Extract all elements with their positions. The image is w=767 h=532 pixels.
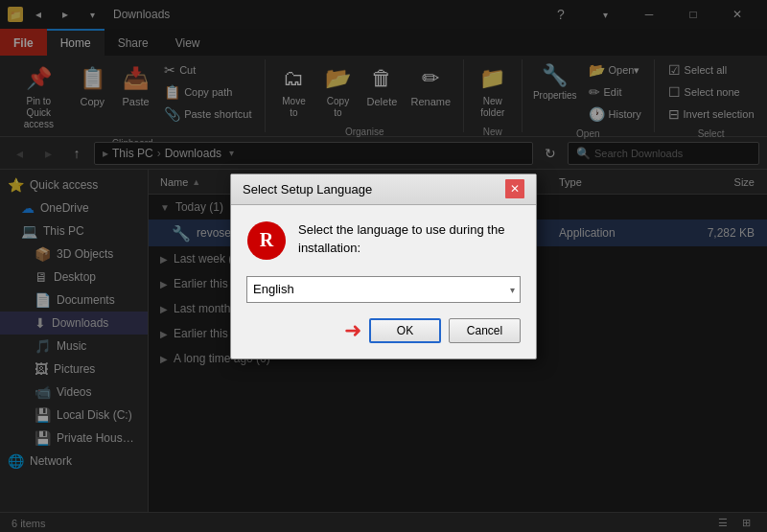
setup-icon: R [246,220,287,261]
modal-overlay: Select Setup Language ✕ R Select the lan… [0,0,767,532]
modal-body: R Select the language to use during the … [231,205,536,359]
modal-close-button[interactable]: ✕ [505,179,524,198]
modal-title-bar: Select Setup Language ✕ [231,174,536,205]
modal-body-text: Select the language to use during the in… [298,220,521,261]
modal-arrow-icon: ➜ [344,318,361,343]
modal-buttons: ➜ OK Cancel [246,318,521,343]
language-select[interactable]: English French German Spanish Italian [246,276,521,303]
setup-language-modal: Select Setup Language ✕ R Select the lan… [230,173,537,359]
ok-button[interactable]: OK [369,318,441,343]
modal-top: R Select the language to use during the … [246,220,521,261]
svg-text:R: R [260,229,274,250]
cancel-button[interactable]: Cancel [449,318,521,343]
modal-title: Select Setup Language [243,182,372,197]
modal-select-wrap: English French German Spanish Italian ▾ [246,276,521,303]
